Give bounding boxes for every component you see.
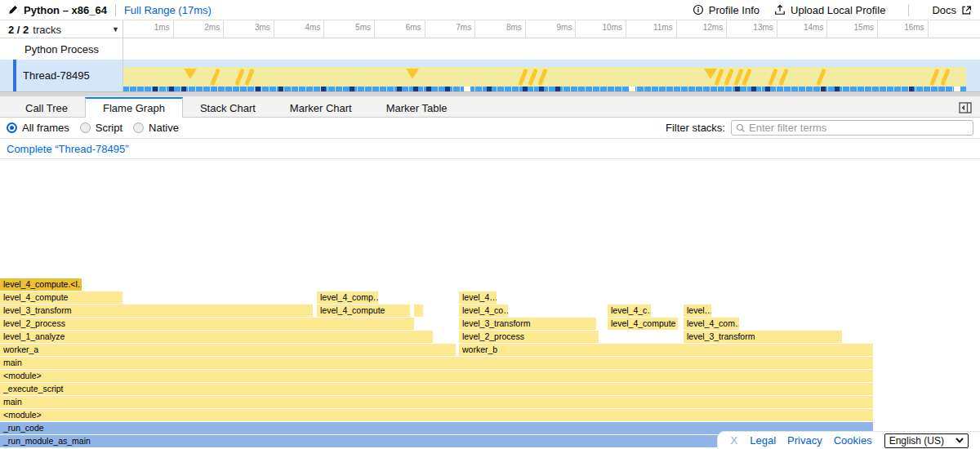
flame-block[interactable]: level_2_process — [0, 318, 414, 330]
full-range-link[interactable]: Full Range (17ms) — [124, 4, 212, 16]
tab-flame-graph[interactable]: Flame Graph — [85, 97, 183, 118]
flame-block[interactable]: _execute_script — [0, 383, 873, 395]
flame-block[interactable]: worker_a — [0, 344, 456, 356]
samples-navy-segment — [523, 87, 528, 91]
track-marker-slash — [210, 69, 220, 86]
flame-block[interactable]: level_4_c… — [608, 305, 651, 317]
profile-name-button[interactable]: Python – x86_64 — [8, 4, 107, 16]
tracks-word: tracks — [33, 24, 61, 36]
language-select-value: English (US) — [889, 435, 944, 447]
filter-row: All framesScriptNative Filter stacks: — [0, 118, 980, 139]
search-icon — [736, 123, 746, 133]
ruler-tick-line — [928, 20, 929, 38]
external-link-icon — [961, 5, 972, 16]
samples-gap — [954, 87, 960, 91]
samples-navy-segment — [169, 87, 174, 91]
flame-block[interactable]: level_3_transform — [0, 305, 313, 317]
flame-block[interactable]: level_3_transform — [684, 331, 842, 343]
pencil-icon — [8, 5, 18, 15]
breadcrumb: Complete “Thread-78495” — [0, 139, 980, 159]
timeline-ruler[interactable]: 2 / 2 tracks ▼ 1ms2ms3ms4ms5ms6ms7ms8ms9… — [0, 20, 980, 38]
track-marker-slash — [528, 69, 538, 86]
flame-block[interactable]: level_4_compute.<l… — [0, 278, 82, 291]
tab-marker-table[interactable]: Marker Table — [369, 97, 465, 117]
flame-graph[interactable]: level_4_compute.<l…level_4_computelevel_… — [0, 159, 980, 448]
radio-option-all-frames[interactable]: All frames — [7, 122, 69, 134]
filter-search-box[interactable] — [731, 120, 973, 136]
tab-label: Stack Chart — [200, 102, 256, 114]
flame-block[interactable]: <module> — [0, 370, 873, 382]
docs-button[interactable]: Docs — [932, 4, 972, 16]
flame-block[interactable]: level_3_transform — [459, 318, 596, 330]
flame-block[interactable]: level_4_com… — [684, 318, 739, 330]
track-marker-slash — [929, 69, 940, 86]
track-marker-slash — [244, 69, 255, 86]
track-marker-tri — [406, 69, 419, 79]
profile-info-button[interactable]: Profile Info — [693, 4, 760, 16]
flame-block[interactable]: worker_b — [459, 344, 873, 356]
track-marker-slash — [778, 69, 789, 86]
breadcrumb-root-button[interactable]: Complete “Thread-78495” — [7, 143, 129, 155]
ruler-tick-label: 1ms — [124, 23, 170, 32]
flame-block[interactable]: level_4_co… — [459, 305, 508, 317]
flame-block[interactable]: main — [0, 396, 873, 408]
samples-navy-segment — [765, 87, 770, 91]
info-icon — [693, 4, 704, 16]
flame-block[interactable]: level_4_comp… — [317, 291, 378, 304]
ruler-tick-label: 7ms — [425, 23, 471, 32]
chevron-down-icon: ▼ — [112, 25, 119, 33]
footer-link-legal[interactable]: Legal — [750, 434, 776, 447]
flame-block[interactable]: level_4_compute — [0, 291, 122, 304]
process-track-header[interactable]: Python Process — [0, 38, 980, 60]
footer-link-cookies[interactable]: Cookies — [834, 434, 872, 447]
ruler-tick-label: 12ms — [677, 23, 723, 32]
flame-block[interactable]: level_4_compute — [317, 305, 410, 317]
upload-label: Upload Local Profile — [791, 4, 885, 16]
footer-link-privacy[interactable]: Privacy — [787, 434, 822, 447]
tracks-dropdown-button[interactable]: 2 / 2 tracks ▼ — [8, 20, 122, 38]
samples-navy-segment — [256, 87, 261, 91]
ruler-tick-label: 4ms — [274, 23, 320, 32]
samples-navy-segment — [751, 87, 756, 91]
track-column-divider — [122, 20, 123, 92]
header-divider — [115, 4, 116, 16]
track-marker-slash — [537, 69, 548, 86]
radio-label: Native — [149, 122, 179, 134]
samples-navy-segment — [735, 87, 740, 91]
language-select[interactable]: English (US) — [884, 433, 969, 448]
radio-label: All frames — [22, 122, 69, 134]
radio-icon — [133, 122, 144, 133]
flame-block[interactable]: level… — [684, 305, 711, 317]
track-marker-tri — [184, 69, 197, 79]
flame-block[interactable]: level_4_compute — [608, 318, 678, 330]
tab-call-tree[interactable]: Call Tree — [8, 97, 85, 117]
tab-label: Marker Table — [386, 102, 448, 114]
radio-option-native[interactable]: Native — [133, 122, 179, 134]
upload-button[interactable]: Upload Local Profile — [774, 4, 885, 16]
samples-navy-segment — [821, 87, 826, 91]
tab-marker-chart[interactable]: Marker Chart — [273, 97, 369, 117]
flame-block[interactable]: level_1_analyze — [0, 331, 433, 343]
thread-track[interactable]: Thread-78495 — [0, 60, 980, 91]
flame-block[interactable]: main — [0, 357, 873, 369]
flame-block[interactable]: level_2_process — [459, 331, 599, 343]
ruler-tick-label: 2ms — [174, 23, 220, 32]
header-divider-2 — [908, 4, 909, 16]
sidebar-toggle-button[interactable] — [958, 100, 973, 114]
thread-track-graphic[interactable] — [122, 60, 966, 91]
filter-search-input[interactable] — [749, 122, 969, 134]
samples-navy-segment — [426, 87, 431, 91]
flame-block[interactable]: <module> — [0, 409, 873, 421]
footer-bar: X LegalPrivacyCookies English (US) — [717, 431, 980, 449]
track-activity-band — [122, 67, 966, 87]
samples-navy-segment — [321, 87, 326, 91]
docs-label: Docs — [932, 4, 956, 16]
samples-navy-segment — [555, 87, 560, 91]
ruler-tick-label: 3ms — [225, 23, 270, 32]
tab-stack-chart[interactable]: Stack Chart — [183, 97, 273, 117]
flame-block[interactable] — [414, 305, 423, 317]
radio-option-script[interactable]: Script — [80, 122, 122, 134]
footer-x-link[interactable]: X — [731, 434, 738, 447]
flame-block[interactable]: level_4… — [459, 291, 497, 304]
chevron-down-icon — [956, 438, 964, 443]
